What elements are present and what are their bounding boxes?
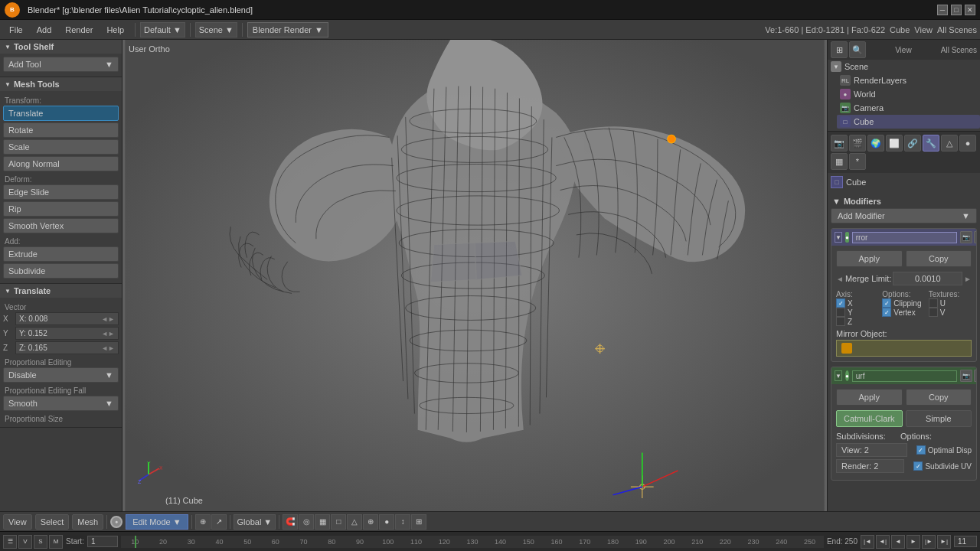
render-value[interactable]: Render: 2	[836, 459, 904, 473]
start-val[interactable]: 1	[87, 536, 118, 547]
vertex-checkbox[interactable]: ✓	[882, 308, 891, 317]
prev-keyframe-btn[interactable]: ◄|	[876, 535, 890, 549]
rotate-button[interactable]: Rotate	[3, 122, 119, 138]
mirror-render-icon[interactable]: 📷	[960, 231, 972, 243]
mirror-apply-button[interactable]: Apply	[836, 250, 903, 267]
timeline-select-btn[interactable]: S	[34, 535, 47, 549]
along-normal-button[interactable]: Along Normal	[3, 156, 119, 171]
mirror-collapse-icon[interactable]: ▼	[835, 232, 842, 243]
view-button[interactable]: View	[3, 514, 32, 530]
props-icon-texture[interactable]: ▦	[831, 153, 848, 170]
catmull-clark-button[interactable]: Catmull-Clark	[836, 410, 903, 427]
mesh-display-icon-2[interactable]: □	[331, 514, 346, 530]
merge-right-arrow[interactable]: ►	[964, 275, 972, 283]
mirror-enabled-icon[interactable]: ●	[845, 232, 849, 243]
v-checkbox[interactable]	[929, 308, 938, 317]
u-checkbox[interactable]	[929, 298, 938, 308]
view-label[interactable]: View	[914, 25, 933, 34]
tree-item-cube[interactable]: □ Cube	[837, 115, 980, 129]
smooth-fall-button[interactable]: Smooth ▼	[3, 396, 119, 411]
props-icon-modifiers[interactable]: 🔧	[923, 135, 939, 152]
smooth-vertex-button[interactable]: Smooth Vertex	[3, 218, 119, 233]
subdiv-collapse-icon[interactable]: ▼	[835, 370, 842, 381]
mesh-button[interactable]: Mesh	[72, 514, 103, 530]
clipping-checkbox[interactable]: ✓	[882, 298, 891, 308]
subdiv-uv-checkbox[interactable]: ✓	[913, 461, 923, 471]
mirror-edit-icon[interactable]: ✏	[974, 231, 977, 243]
transform-icon-1[interactable]: ⊕	[195, 514, 211, 530]
outliner-icon-1[interactable]: ⊞	[831, 41, 848, 58]
frame-input[interactable]: 11	[954, 536, 977, 547]
mesh-display-icon-7[interactable]: ⊞	[411, 514, 426, 530]
tool-shelf-header[interactable]: ▼ Tool Shelf	[0, 40, 122, 54]
next-keyframe-btn[interactable]: |►	[922, 535, 936, 549]
mirror-object-input[interactable]	[836, 340, 972, 357]
play-back-btn[interactable]: ◄	[891, 535, 905, 549]
props-icon-material[interactable]: ●	[959, 135, 976, 152]
props-icon-scene[interactable]: 🎬	[849, 135, 866, 152]
props-icon-particles[interactable]: *	[849, 153, 866, 170]
mesh-display-icon-4[interactable]: ⊕	[363, 514, 378, 530]
select-button[interactable]: Select	[35, 514, 70, 530]
subdiv-render-icon[interactable]: 📷	[960, 370, 972, 382]
menu-add[interactable]: Add	[31, 24, 58, 36]
minimize-button[interactable]: ─	[937, 5, 948, 15]
add-modifier-button[interactable]: Add Modifier ▼	[831, 208, 977, 223]
z-axis-checkbox[interactable]	[836, 317, 845, 326]
mesh-display-icon-5[interactable]: ●	[379, 514, 394, 530]
jump-start-btn[interactable]: |◄	[861, 535, 874, 549]
window-controls[interactable]: ─ □ ✕	[937, 5, 975, 15]
timeline-marker-btn[interactable]: M	[49, 535, 63, 549]
subdiv-enabled-icon[interactable]: ●	[845, 370, 849, 381]
outliner-icon-2[interactable]: 🔍	[849, 41, 866, 58]
x-input[interactable]: X: 0.008 ◄►	[15, 312, 119, 325]
optimal-disp-checkbox[interactable]: ✓	[916, 445, 926, 455]
props-icon-data[interactable]: △	[941, 135, 958, 152]
subdiv-copy-button[interactable]: Copy	[906, 389, 972, 406]
menu-help[interactable]: Help	[100, 24, 130, 36]
play-btn[interactable]: ►	[906, 535, 920, 549]
merge-limit-input[interactable]: 0.0010	[893, 272, 962, 285]
timeline-menu-btn[interactable]: ☰	[3, 535, 17, 549]
y-input[interactable]: Y: 0.152 ◄►	[15, 327, 119, 340]
all-scenes-label[interactable]: All Scenes	[937, 25, 977, 34]
scene-select[interactable]: Scene ▼	[195, 22, 237, 37]
menu-render[interactable]: Render	[59, 24, 99, 36]
viewport-3d[interactable]: User Ortho	[122, 40, 827, 511]
mesh-display-icon-6[interactable]: ↕	[395, 514, 410, 530]
timeline-bar[interactable]: 10 20 30 40 50 60 70 80 90 100 110 120 1…	[121, 536, 824, 548]
disable-button[interactable]: Disable ▼	[3, 367, 119, 383]
extrude-button[interactable]: Extrude	[3, 246, 119, 262]
global-select[interactable]: Global ▼	[234, 514, 276, 530]
merge-left-arrow[interactable]: ◄	[836, 275, 844, 283]
proportional-icon[interactable]: ◎	[299, 514, 314, 530]
rip-button[interactable]: Rip	[3, 201, 119, 217]
props-icon-render[interactable]: 📷	[831, 135, 848, 152]
close-button[interactable]: ✕	[965, 5, 975, 15]
menu-file[interactable]: File	[3, 24, 29, 36]
engine-select[interactable]: Blender Render ▼	[247, 22, 328, 37]
view-value[interactable]: View: 2	[836, 443, 907, 457]
subdiv-name-input[interactable]	[852, 370, 957, 382]
props-icon-object[interactable]: ⬜	[886, 135, 903, 152]
tree-item-world[interactable]: ● World	[837, 87, 980, 101]
tree-item-renderlayers[interactable]: RL RenderLayers	[837, 73, 980, 87]
mirror-name-input[interactable]	[852, 232, 957, 243]
mirror-copy-button[interactable]: Copy	[906, 250, 972, 267]
timeline-view-btn[interactable]: V	[18, 535, 32, 549]
subdivide-button[interactable]: Subdivide	[3, 263, 119, 279]
mesh-display-icon-1[interactable]: ▦	[315, 514, 330, 530]
tree-item-camera[interactable]: 📷 Camera	[837, 101, 980, 115]
tree-item-scene[interactable]: ▼ Scene	[828, 60, 980, 73]
y-axis-checkbox[interactable]	[836, 308, 845, 317]
translate-button[interactable]: Translate	[3, 106, 119, 121]
z-input[interactable]: Z: 0.165 ◄►	[15, 341, 119, 354]
translate-section-header[interactable]: ▼ Translate	[0, 284, 122, 298]
snap-icon[interactable]: 🧲	[283, 514, 298, 530]
scale-button[interactable]: Scale	[3, 139, 119, 155]
edge-slide-button[interactable]: Edge Slide	[3, 184, 119, 200]
props-icon-constraints[interactable]: 🔗	[904, 135, 921, 152]
transform-icon-2[interactable]: ↗	[211, 514, 227, 530]
add-tool-button[interactable]: Add Tool ▼	[3, 57, 119, 72]
simple-button[interactable]: Simple	[906, 410, 972, 427]
